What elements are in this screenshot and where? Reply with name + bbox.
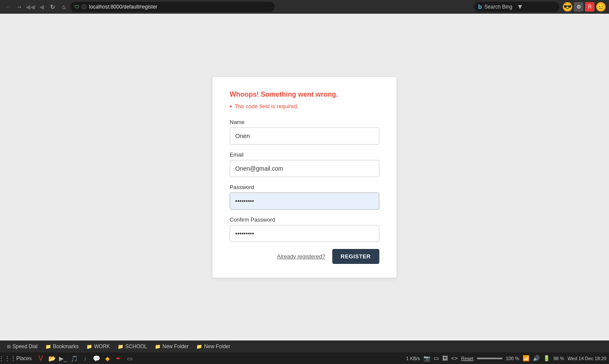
browser-content: Whoops! Something went wrong. The code f…: [0, 14, 609, 340]
register-button[interactable]: REGISTER: [332, 249, 379, 264]
bookmark-new-folder-2[interactable]: 📁 New Folder: [193, 343, 234, 350]
error-item: The code field is required.: [230, 103, 379, 110]
app-terminal[interactable]: ▶_: [58, 354, 68, 363]
search-text: Search Bing: [485, 4, 512, 10]
url-text: localhost:8000/default/register: [89, 4, 157, 10]
name-label: Name: [230, 119, 379, 125]
school-icon: 📁: [118, 344, 124, 349]
app-grid-button[interactable]: ⋮⋮⋮: [3, 354, 12, 363]
prev-button[interactable]: ◀: [37, 2, 46, 12]
ext-icon-3[interactable]: 😐: [596, 2, 606, 12]
sound-icon: 🔊: [533, 355, 540, 361]
bookmarks-label: Bookmarks: [53, 343, 79, 349]
places-label: Places: [16, 355, 32, 361]
name-input[interactable]: [230, 127, 379, 145]
browser-toolbar: ← → ◀◀ ◀ ↻ ⌂ 🛡 ⓘ localhost:8000/default/…: [0, 0, 609, 14]
app-editor[interactable]: ✒: [114, 354, 123, 363]
already-registered-link[interactable]: Already registered?: [277, 253, 325, 260]
gallery-icon[interactable]: 🖼: [442, 355, 448, 361]
bookmark-speed-dial[interactable]: ⊞ Speed Dial: [3, 343, 41, 350]
app-sublime[interactable]: ◆: [103, 354, 112, 363]
bookmarks-bar: ⊞ Speed Dial 📁 Bookmarks 📁 WORK 📁 SCHOOL…: [0, 340, 609, 352]
taskbar: ⊞ Speed Dial 📁 Bookmarks 📁 WORK 📁 SCHOOL…: [0, 340, 609, 364]
bing-icon: b: [478, 3, 482, 10]
new-folder-1-icon: 📁: [155, 344, 161, 349]
battery-icon: 🔋: [543, 355, 550, 361]
speed-dial-label: Speed Dial: [12, 343, 38, 349]
new-folder-2-label: New Folder: [204, 343, 230, 349]
app-vivaldi[interactable]: V: [36, 354, 45, 363]
search-bar[interactable]: b Search Bing ▼: [474, 2, 559, 12]
first-button[interactable]: ◀◀: [26, 2, 35, 12]
form-actions: Already registered? REGISTER: [230, 249, 379, 264]
battery-pct: 98 %: [553, 356, 564, 361]
confirm-password-group: Confirm Password: [230, 216, 379, 242]
new-folder-2-icon: 📁: [196, 344, 202, 349]
dropdown-icon: ▼: [517, 3, 523, 11]
school-label: SCHOOL: [125, 343, 147, 349]
forward-button[interactable]: →: [15, 2, 24, 12]
ext-icon-1[interactable]: ⚙: [574, 2, 583, 12]
name-group: Name: [230, 119, 379, 145]
password-input[interactable]: [230, 192, 379, 210]
window-icon[interactable]: ▭: [434, 355, 439, 361]
zoom-slider[interactable]: [477, 358, 503, 359]
bookmark-new-folder-1[interactable]: 📁 New Folder: [151, 343, 192, 350]
shield-icon: 🛡: [74, 4, 79, 9]
error-list: The code field is required.: [230, 103, 379, 110]
home-button[interactable]: ⌂: [59, 2, 68, 12]
speed-dial-icon: ⊞: [7, 344, 11, 349]
datetime-display: Wed 14 Dec 18:20: [568, 356, 606, 361]
network-speed: 1 KB/s: [406, 356, 420, 361]
bookmarks-icon: 📁: [45, 344, 51, 349]
bookmark-school[interactable]: 📁 SCHOOL: [114, 343, 151, 350]
app-whatsapp[interactable]: 💬: [92, 354, 101, 363]
password-label: Password: [230, 184, 379, 190]
error-title: Whoops! Something went wrong.: [230, 91, 379, 98]
address-bar[interactable]: 🛡 ⓘ localhost:8000/default/register: [70, 2, 275, 12]
info-icon: ⓘ: [82, 4, 86, 10]
email-group: Email: [230, 151, 379, 177]
new-folder-1-label: New Folder: [163, 343, 189, 349]
confirm-password-label: Confirm Password: [230, 216, 379, 223]
bookmark-work[interactable]: 📁 WORK: [83, 343, 113, 350]
app-files[interactable]: 📂: [47, 354, 56, 363]
camera-icon[interactable]: 📷: [423, 355, 430, 361]
app-music[interactable]: 🎵: [69, 354, 79, 363]
code-icon[interactable]: <>: [451, 355, 458, 361]
email-label: Email: [230, 151, 379, 158]
back-button[interactable]: ←: [3, 2, 13, 12]
confirm-password-input[interactable]: [230, 225, 379, 242]
register-card: Whoops! Something went wrong. The code f…: [213, 77, 396, 278]
wifi-icon: 📶: [523, 355, 529, 361]
app-other[interactable]: ▭: [125, 354, 134, 363]
app-spotify[interactable]: ♪: [80, 354, 90, 363]
taskbar-bottom: ⋮⋮⋮ Places V 📂 ▶_ 🎵 ♪ 💬 ◆ ✒ ▭ 1 KB/s 📷 ▭…: [0, 352, 609, 364]
system-tray: 1 KB/s 📷 ▭ 🖼 <> Reset 100 % 📶 🔊 🔋 98 % W…: [406, 355, 606, 361]
browser-icons: 😎 ⚙ R 😐: [563, 2, 606, 12]
reset-label[interactable]: Reset: [461, 356, 473, 361]
emoji-icon-1[interactable]: 😎: [563, 2, 572, 12]
bookmark-bookmarks[interactable]: 📁 Bookmarks: [42, 343, 82, 350]
work-icon: 📁: [86, 344, 92, 349]
zoom-level: 100 %: [506, 356, 519, 361]
refresh-button[interactable]: ↻: [48, 2, 57, 12]
work-label: WORK: [94, 343, 110, 349]
email-input[interactable]: [230, 160, 379, 177]
password-group: Password: [230, 184, 379, 210]
ext-icon-2[interactable]: R: [585, 2, 594, 12]
